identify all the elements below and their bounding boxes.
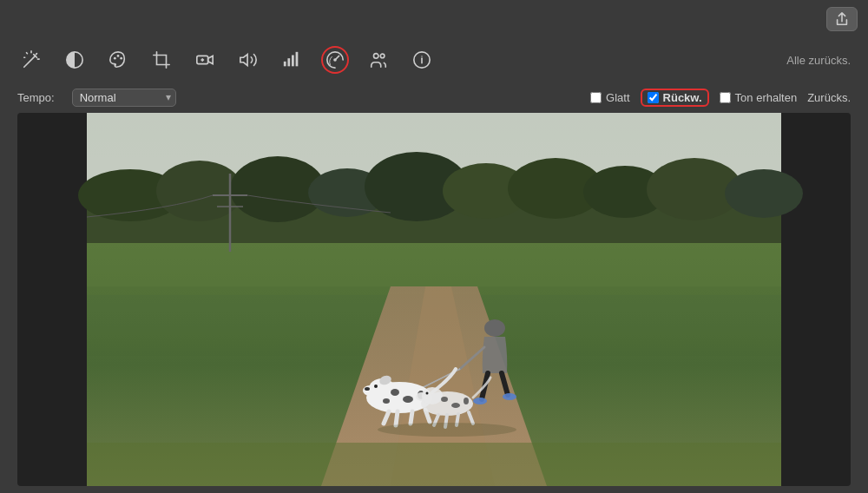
- svg-point-20: [374, 54, 379, 58]
- alle-zurucks-button[interactable]: Alle zurücks.: [786, 54, 851, 67]
- share-icon: [834, 11, 850, 27]
- svg-line-19: [335, 56, 339, 60]
- speed-bars-button[interactable]: [278, 46, 306, 74]
- svg-rect-14: [284, 62, 286, 67]
- crop-button[interactable]: [148, 46, 175, 74]
- svg-point-9: [117, 55, 120, 57]
- svg-point-21: [380, 54, 385, 58]
- svg-point-46: [484, 319, 505, 337]
- svg-line-5: [27, 53, 28, 54]
- glatt-checkbox[interactable]: [590, 92, 602, 103]
- people-icon: [369, 50, 388, 69]
- svg-point-80: [378, 423, 516, 437]
- video-stabilize-button[interactable]: [191, 46, 219, 74]
- speed-bars-icon: [282, 50, 301, 69]
- svg-point-56: [391, 389, 399, 396]
- svg-point-8: [114, 57, 116, 60]
- ton-erhalten-label: Ton erhalten: [735, 91, 798, 104]
- video-area: [17, 113, 851, 486]
- svg-point-57: [403, 396, 413, 403]
- svg-point-49: [473, 398, 487, 404]
- info-button[interactable]: [408, 46, 436, 74]
- video-scene: [17, 113, 851, 486]
- ruckw-checkbox-item[interactable]: Rückw.: [641, 89, 709, 107]
- color-correct-button[interactable]: [61, 46, 89, 74]
- ton-erhalten-checkbox[interactable]: [720, 92, 731, 103]
- svg-rect-79: [87, 443, 781, 486]
- ton-erhalten-checkbox-item[interactable]: Ton erhalten: [720, 91, 798, 104]
- tempo-label: Tempo:: [17, 91, 55, 104]
- ruckw-label: Rückw.: [663, 91, 702, 104]
- palette-icon: [108, 50, 128, 69]
- controls-bar: Tempo: Langsam Normal Schnell Glatt Rück…: [0, 82, 868, 113]
- crop-icon: [152, 50, 171, 69]
- tempo-select[interactable]: Langsam Normal Schnell: [72, 89, 176, 107]
- speedometer-button[interactable]: [321, 46, 349, 74]
- svg-point-67: [374, 385, 378, 388]
- glatt-label: Glatt: [606, 91, 629, 104]
- svg-point-70: [441, 397, 448, 402]
- tempo-wrapper: Langsam Normal Schnell: [72, 89, 176, 107]
- svg-point-78: [426, 392, 429, 395]
- svg-point-50: [503, 393, 516, 400]
- svg-line-62: [411, 411, 412, 424]
- magic-wand-icon: [22, 50, 41, 69]
- svg-line-0: [24, 56, 36, 67]
- svg-line-4: [36, 54, 37, 55]
- people-button[interactable]: [365, 46, 392, 74]
- zurucks-button[interactable]: Zurücks.: [807, 91, 851, 104]
- share-button[interactable]: [826, 7, 858, 31]
- palette-button[interactable]: [104, 46, 132, 74]
- svg-rect-17: [296, 52, 299, 67]
- svg-point-10: [120, 57, 122, 60]
- svg-point-37: [725, 169, 803, 218]
- svg-point-71: [451, 403, 460, 408]
- controls-right: Glatt Rückw. Ton erhalten Zurücks.: [590, 89, 851, 107]
- svg-rect-16: [292, 56, 294, 67]
- video-stabilize-icon: [195, 50, 214, 69]
- svg-line-61: [396, 411, 398, 425]
- info-icon: [412, 50, 431, 69]
- color-correct-icon: [65, 50, 84, 69]
- svg-point-24: [421, 56, 422, 56]
- svg-rect-15: [287, 58, 290, 66]
- svg-point-72: [464, 398, 469, 404]
- toolbar: Alle zurücks.: [0, 38, 868, 82]
- audio-button[interactable]: [234, 46, 262, 74]
- speedometer-icon: [326, 50, 345, 69]
- svg-point-65: [365, 387, 370, 391]
- glatt-checkbox-item[interactable]: Glatt: [590, 91, 629, 104]
- top-bar: [0, 0, 868, 38]
- ruckw-checkbox[interactable]: [648, 92, 659, 103]
- svg-point-59: [383, 398, 390, 404]
- magic-wand-button[interactable]: [17, 46, 45, 74]
- audio-icon: [239, 50, 258, 69]
